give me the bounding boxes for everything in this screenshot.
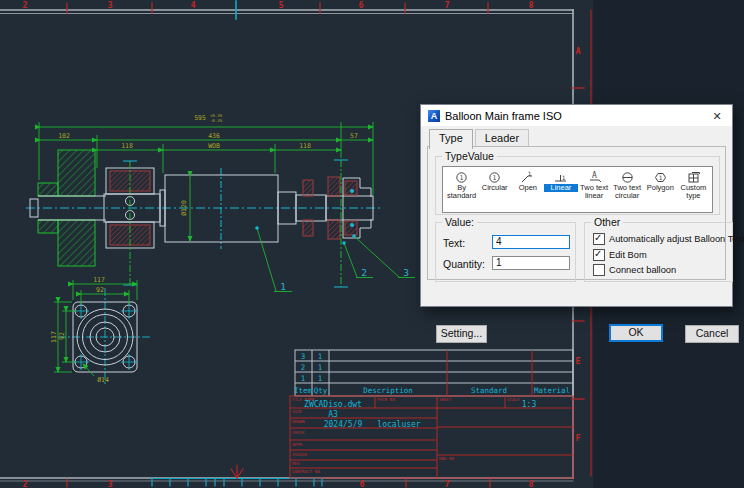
svg-text:6: 6 [359,479,364,488]
ok-button[interactable]: OK [609,324,663,342]
dialog-title: Balloon Main frame ISO [445,110,702,122]
svg-text:1: 1 [460,174,464,182]
svg-text:102: 102 [58,132,70,140]
other-group-label: Other [591,216,623,228]
svg-text:A3: A3 [328,410,338,419]
svg-text:1: 1 [528,171,532,177]
svg-text:5: 5 [278,0,283,10]
type-option-two-text-circular[interactable]: Two text circular [611,170,644,200]
quantity-input[interactable]: 1 [492,256,570,270]
zwcad-application-window: 2 3 4 5 6 7 8 2 3 6 7 8 A E F [0,0,744,488]
checkbox-connect-balloon[interactable]: Connect balloon [593,264,676,276]
type-option-custom-type[interactable]: Custom type [677,170,710,200]
polygon-icon: 1 [644,170,677,184]
svg-text:localuser: localuser [377,420,421,429]
svg-text:1: 1 [318,363,323,372]
two-text-circular-icon [611,170,644,184]
zwcad-logo-icon: A [428,110,440,122]
quantity-label: Quantity: [443,258,485,270]
other-group: Other Automatically adjust Balloon Text … [584,222,733,282]
svg-text:1: 1 [562,173,566,180]
svg-text:CHECK: CHECK [292,430,305,435]
two-text-linear-icon: A [578,170,611,184]
svg-text:3: 3 [301,352,306,361]
svg-text:1: 1 [301,374,306,383]
svg-text:7: 7 [444,0,449,10]
circular-icon: 1 [478,170,511,184]
type-option-circular[interactable]: 1 Circular [478,170,511,192]
svg-text:PSCM NO: PSCM NO [377,397,395,402]
svg-text:2: 2 [22,479,27,488]
svg-text:118: 118 [121,142,133,150]
svg-text:DRAWN: DRAWN [292,419,305,424]
type-option-linear[interactable]: 1 Linear [544,170,577,192]
text-label: Text: [443,237,465,249]
svg-text:SCALE: SCALE [507,397,520,402]
checkbox-auto-adjust-balloon-text[interactable]: Automatically adjust Balloon Text [593,233,744,245]
svg-text:92: 92 [58,332,66,340]
svg-text:1: 1 [659,174,663,181]
open-icon: 1 [511,170,544,184]
balloon-node-2 [342,241,346,245]
dialog-tabs: Type Leader [429,129,529,147]
svg-text:Qty: Qty [314,386,328,395]
svg-text:APPR.: APPR. [292,442,305,447]
svg-text:CONTRACT NO: CONTRACT NO [292,469,320,474]
svg-text:1: 1 [318,374,323,383]
svg-text:117: 117 [50,331,58,343]
checkbox-icon [593,233,605,245]
tab-leader[interactable]: Leader [475,129,529,147]
svg-text:1: 1 [318,352,323,361]
cancel-button[interactable]: Cancel [685,325,739,343]
dialog-titlebar[interactable]: A Balloon Main frame ISO ✕ [421,105,732,126]
svg-text:+0.35: +0.35 [210,113,223,118]
svg-text:1: 1 [493,174,497,182]
svg-text:92: 92 [96,286,104,294]
svg-text:A: A [575,46,580,56]
svg-text:7: 7 [444,479,449,488]
text-input[interactable]: 4 [492,235,570,249]
svg-text:A: A [592,171,597,180]
balloon-dialog: A Balloon Main frame ISO ✕ Type Leader T… [420,104,733,307]
svg-text:Ø14: Ø14 [97,376,109,384]
balloon-type-list: 1 By standard 1 Circular 1 Open 1 Linear… [442,166,713,213]
checkbox-icon [593,264,605,276]
balloon-node-3 [352,234,356,238]
by-standard-icon: 1 [445,170,478,184]
svg-text:DWG NO: DWG NO [439,456,455,461]
balloon-3[interactable]: 3 [403,267,409,278]
tab-type[interactable]: Type [429,129,473,149]
setting-button[interactable]: Setting... [436,325,487,343]
value-group: Value: Text: 4 Quantity: 1 [435,222,576,282]
type-option-polygon[interactable]: 1 Polygon [644,170,677,192]
svg-text:ISSUED: ISSUED [292,452,308,457]
svg-text:2024/5/9: 2024/5/9 [324,420,363,429]
type-option-open[interactable]: 1 Open [511,170,544,192]
svg-text:2: 2 [22,0,27,10]
type-option-by-standard[interactable]: 1 By standard [445,170,478,200]
svg-text:Material: Material [534,386,570,395]
svg-text:-0.35: -0.35 [210,118,223,123]
svg-text:WOB: WOB [208,142,220,150]
svg-text:436: 436 [208,132,220,140]
svg-text:Description: Description [363,386,413,395]
svg-text:4: 4 [190,0,195,10]
svg-text:8: 8 [528,0,533,10]
typevalue-group: TypeValue 1 By standard 1 Circular 1 Ope… [435,156,720,215]
checkbox-icon [593,249,605,261]
linear-icon: 1 [544,170,577,184]
close-icon[interactable]: ✕ [702,106,732,126]
svg-text:1:3: 1:3 [522,400,537,409]
custom-type-icon [677,170,710,184]
svg-text:Ø120: Ø120 [180,200,188,216]
checkbox-edit-bom[interactable]: Edit Bom [593,249,647,261]
typevalue-group-label: TypeValue [442,150,497,162]
svg-text:SHEET: SHEET [439,397,452,402]
value-group-label: Value: [442,216,477,228]
svg-text:F: F [575,433,580,443]
svg-text:118: 118 [299,142,311,150]
type-option-two-text-linear[interactable]: A Two text linear [578,170,611,200]
svg-text:6: 6 [358,0,363,10]
balloon-2[interactable]: 2 [361,267,367,278]
balloon-1[interactable]: 1 [280,281,286,292]
